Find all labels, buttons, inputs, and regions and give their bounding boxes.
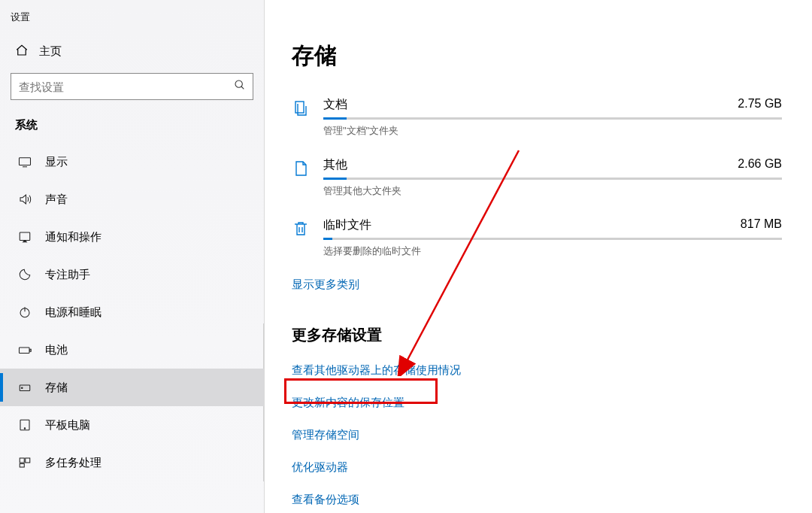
- search-input[interactable]: [11, 73, 253, 100]
- usage-bar: [323, 178, 782, 180]
- nav-label: 电源和睡眠: [45, 305, 102, 320]
- nav-label: 存储: [45, 381, 68, 395]
- nav-item-multitask[interactable]: 多任务处理: [0, 444, 264, 481]
- storage-icon: [18, 381, 32, 394]
- category-title: 系统: [0, 118, 264, 143]
- more-settings-title: 更多存储设置: [292, 325, 782, 345]
- home-icon: [15, 44, 29, 59]
- usage-bar: [323, 238, 782, 240]
- page-title: 存储: [292, 41, 782, 71]
- nav-label: 声音: [45, 193, 68, 207]
- nav-list: 显示 声音 通知和操作 专注助手 电源和睡眠 电池 存储 平板电: [0, 143, 264, 481]
- svg-rect-10: [20, 458, 24, 463]
- sidebar: 设置 主页 系统 显示 声音 通知和操作 专注助手: [0, 0, 265, 513]
- nav-label: 通知和操作: [45, 230, 102, 244]
- display-icon: [18, 155, 32, 168]
- home-label: 主页: [39, 44, 62, 59]
- cat-name: 文档: [323, 97, 347, 113]
- nav-item-focus[interactable]: 专注助手: [0, 256, 264, 293]
- focus-icon: [18, 268, 32, 281]
- svg-rect-12: [20, 464, 24, 468]
- link-backup-options[interactable]: 查看备份选项: [292, 493, 782, 507]
- power-icon: [18, 305, 32, 319]
- document-icon: [292, 99, 310, 118]
- svg-rect-4: [20, 348, 30, 354]
- nav-item-power[interactable]: 电源和睡眠: [0, 293, 264, 331]
- cat-name: 临时文件: [323, 217, 371, 233]
- home-button[interactable]: 主页: [0, 38, 264, 73]
- svg-rect-1: [20, 158, 31, 165]
- main-content: 存储 文档2.75 GB 管理"文档"文件夹 其他2.66 GB 管理其他大文件…: [265, 0, 812, 513]
- cat-sub: 选择要删除的临时文件: [323, 244, 782, 258]
- svg-rect-2: [20, 232, 30, 241]
- nav-label: 显示: [45, 155, 68, 169]
- nav-item-sound[interactable]: 声音: [0, 181, 264, 218]
- nav-label: 专注助手: [45, 268, 90, 282]
- svg-rect-11: [26, 458, 30, 463]
- cat-name: 其他: [323, 157, 347, 173]
- link-other-drives[interactable]: 查看其他驱动器上的存储使用情况: [292, 363, 782, 378]
- nav-item-battery[interactable]: 电池: [0, 331, 264, 369]
- svg-point-0: [235, 80, 242, 87]
- trash-icon: [292, 219, 310, 238]
- nav-item-tablet[interactable]: 平板电脑: [0, 406, 264, 444]
- storage-cat-temp[interactable]: 临时文件817 MB 选择要删除的临时文件: [292, 217, 782, 258]
- setting-links: 查看其他驱动器上的存储使用情况 更改新内容的保存位置 管理存储空间 优化驱动器 …: [292, 363, 782, 507]
- cat-sub: 管理其他大文件夹: [323, 184, 782, 198]
- cat-size: 2.66 GB: [738, 157, 782, 173]
- cat-size: 817 MB: [741, 217, 782, 233]
- link-change-save-location[interactable]: 更改新内容的保存位置: [292, 396, 782, 410]
- notify-icon: [18, 230, 32, 244]
- nav-label: 多任务处理: [45, 456, 102, 470]
- nav-item-display[interactable]: 显示: [0, 143, 264, 181]
- search-box[interactable]: [11, 73, 253, 100]
- svg-point-9: [24, 428, 26, 430]
- svg-point-7: [22, 387, 23, 389]
- link-optimize-drives[interactable]: 优化驱动器: [292, 460, 782, 475]
- nav-label: 电池: [45, 343, 68, 357]
- battery-icon: [18, 343, 32, 357]
- svg-rect-13: [295, 102, 304, 113]
- other-icon: [292, 159, 310, 178]
- nav-item-notify[interactable]: 通知和操作: [0, 218, 264, 256]
- cat-size: 2.75 GB: [738, 97, 782, 113]
- show-more-categories-link[interactable]: 显示更多类别: [292, 278, 359, 292]
- cat-sub: 管理"文档"文件夹: [323, 124, 782, 138]
- sound-icon: [18, 193, 32, 206]
- svg-rect-5: [30, 349, 32, 351]
- tablet-icon: [18, 418, 32, 432]
- storage-cat-docs[interactable]: 文档2.75 GB 管理"文档"文件夹: [292, 97, 782, 138]
- nav-item-storage[interactable]: 存储: [0, 369, 264, 406]
- search-icon: [234, 79, 246, 94]
- app-title: 设置: [0, 8, 264, 38]
- nav-label: 平板电脑: [45, 418, 90, 433]
- usage-bar: [323, 117, 782, 120]
- storage-cat-other[interactable]: 其他2.66 GB 管理其他大文件夹: [292, 157, 782, 198]
- link-manage-storage[interactable]: 管理存储空间: [292, 428, 782, 442]
- multitask-icon: [18, 456, 32, 469]
